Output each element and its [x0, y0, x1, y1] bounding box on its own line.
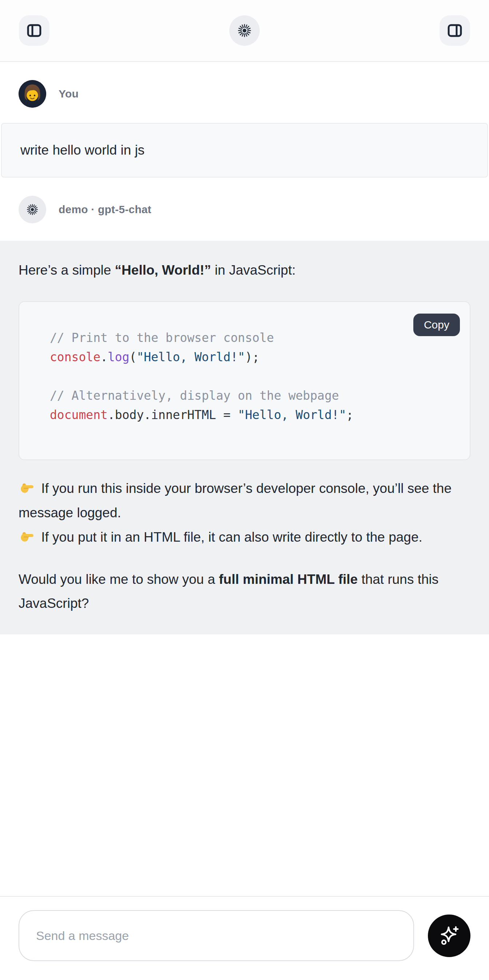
assistant-message-header: demo · gpt-5-chat: [0, 178, 489, 231]
pointing-right-hand-emoji: [19, 529, 35, 544]
assistant-note-console: If you run this inside your browser’s de…: [19, 476, 470, 525]
code-line: console.log("Hello, World!");: [50, 347, 455, 367]
send-button[interactable]: [428, 915, 470, 957]
assistant-message-bubble: Here’s a simple “Hello, World!” in JavaS…: [0, 241, 489, 635]
copy-code-button[interactable]: Copy: [413, 313, 460, 336]
user-message-header: You: [0, 62, 489, 116]
followup-bold-segment: full minimal HTML file: [219, 572, 358, 587]
note-text: If you run this inside your browser’s de…: [19, 481, 452, 520]
user-message-text: write hello world in js: [21, 143, 145, 158]
panel-left-icon: [26, 22, 43, 39]
followup-segment: Would you like me to show you a: [19, 572, 219, 587]
starburst-icon: [25, 202, 40, 217]
assistant-intro-text: Here’s a simple “Hello, World!” in JavaS…: [19, 258, 470, 282]
assistant-followup-text: Would you like me to show you a full min…: [19, 568, 470, 616]
sidebar-toggle-button[interactable]: [19, 15, 49, 46]
top-bar: [0, 0, 489, 62]
intro-segment: in JavaScript:: [211, 262, 295, 278]
user-avatar: [19, 80, 46, 108]
code-block: Copy // Print to the browser console con…: [19, 301, 470, 460]
panel-toggle-button[interactable]: [440, 15, 470, 46]
user-author-label: You: [59, 88, 79, 100]
code-line: document.body.innerHTML = "Hello, World!…: [50, 405, 455, 425]
code-content: // Print to the browser console console.…: [50, 328, 455, 425]
user-message-bubble: write hello world in js: [1, 123, 488, 178]
person-emoji: [19, 80, 46, 108]
message-input[interactable]: [19, 910, 414, 961]
assistant-avatar: [19, 196, 46, 223]
assistant-note-html: If you put it in an HTML file, it can al…: [19, 525, 470, 549]
code-line: // Alternatively, display on the webpage: [50, 386, 455, 405]
composer-bar: [0, 896, 489, 980]
note-text: If you put it in an HTML file, it can al…: [37, 530, 422, 544]
assistant-author-label: demo · gpt-5-chat: [59, 204, 151, 216]
chat-app: You write hello world in js demo · gpt-5…: [0, 0, 489, 980]
code-line: // Print to the browser console: [50, 328, 455, 347]
intro-segment: Here’s a simple: [19, 262, 115, 278]
panel-right-icon: [446, 22, 463, 39]
code-line: [50, 367, 455, 386]
empty-chat-area: [0, 635, 489, 896]
pointing-right-hand-emoji: [19, 480, 35, 495]
intro-bold-segment: “Hello, World!”: [115, 262, 211, 278]
model-button[interactable]: [229, 15, 260, 46]
sparkle-icon: [438, 924, 460, 947]
starburst-icon: [236, 21, 253, 40]
